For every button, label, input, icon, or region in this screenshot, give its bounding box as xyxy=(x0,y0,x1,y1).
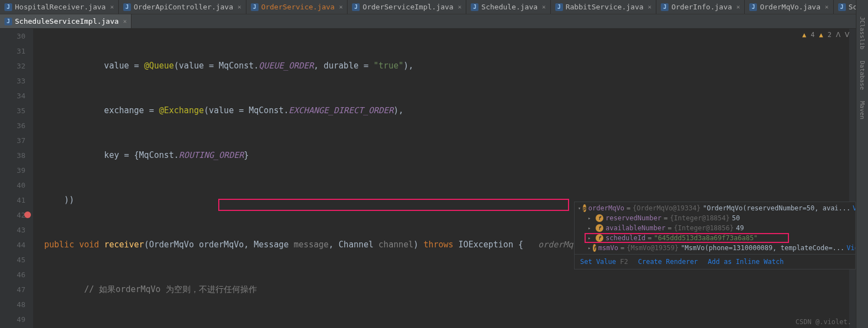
collapse-icon[interactable]: ▾ xyxy=(578,205,581,211)
line-number[interactable]: 41 xyxy=(0,193,30,208)
next-highlight-icon[interactable]: ᐯ xyxy=(845,31,849,39)
java-file-icon: J xyxy=(555,3,563,11)
field-icon: f xyxy=(596,214,603,222)
var-row[interactable]: ▸ f reservedNumber = {Integer@18854} 50 xyxy=(575,213,855,223)
java-file-icon: J xyxy=(352,3,360,11)
tab-label: OrderService.java xyxy=(261,3,335,11)
tab-label: OrderInfo.java xyxy=(671,3,732,11)
breakpoint-icon[interactable] xyxy=(24,211,31,218)
code-content[interactable]: value = @Queue(value = MqConst.QUEUE_ORD… xyxy=(33,29,868,328)
expand-icon[interactable]: ▸ xyxy=(588,225,593,231)
editor-tab[interactable]: JSchedule.java✕ xyxy=(466,0,550,14)
var-row[interactable]: ▸ f availableNumber = {Integer@18856} 49 xyxy=(575,223,855,233)
close-icon[interactable]: ✕ xyxy=(825,3,829,10)
tab-label: Schedule.java xyxy=(481,3,538,11)
error-icon: ▲ xyxy=(802,31,806,39)
right-tool-strip: JClasslib Database Maven xyxy=(856,0,868,328)
java-file-icon: J xyxy=(251,3,259,11)
tab-label: HospitalReceiver.java xyxy=(15,3,106,11)
java-file-icon: J xyxy=(471,3,478,11)
database-tool[interactable]: Database xyxy=(859,61,866,90)
close-icon[interactable]: ✕ xyxy=(737,3,740,10)
java-file-icon: J xyxy=(4,3,12,11)
scrollbar-track[interactable] xyxy=(849,29,856,328)
line-number[interactable]: 40 xyxy=(0,178,30,193)
inspection-widget[interactable]: ▲4 ▲2 ᐱ ᐯ xyxy=(802,31,849,39)
java-file-icon: J xyxy=(4,18,12,25)
line-number[interactable]: 44 xyxy=(0,237,30,252)
editor-tab[interactable]: JOrderApiController.java✕ xyxy=(119,0,246,14)
tab-label: OrderMqVo.java xyxy=(760,3,820,11)
close-icon[interactable]: ✕ xyxy=(123,18,127,25)
editor-area: 3031323334353637383940414243444546474849… xyxy=(0,29,868,328)
editor-tab[interactable]: JOrderInfo.java✕ xyxy=(656,0,745,14)
maven-tool[interactable]: Maven xyxy=(859,101,866,119)
expand-icon[interactable]: ▸ xyxy=(588,215,593,221)
close-icon[interactable]: ✕ xyxy=(110,3,114,10)
editor-tab[interactable]: JHospitalReceiver.java✕ xyxy=(0,0,119,14)
set-value-action[interactable]: Set Value F2 xyxy=(580,258,628,266)
prev-highlight-icon[interactable]: ᐱ xyxy=(836,31,840,39)
close-icon[interactable]: ✕ xyxy=(458,3,462,10)
tab-label: OrderServiceImpl.java xyxy=(362,3,453,11)
java-file-icon: J xyxy=(123,3,131,11)
close-icon[interactable]: ✕ xyxy=(339,3,343,10)
line-number[interactable]: 43 xyxy=(0,223,30,237)
view-link[interactable]: View xyxy=(853,204,855,212)
line-number[interactable]: 39 xyxy=(0,163,30,178)
line-number[interactable]: 30 xyxy=(0,29,30,44)
editor-tabs-row2: JScheduleServiceImpl.java✕ xyxy=(0,14,868,29)
editor-tab[interactable]: JRabbitService.java✕ xyxy=(551,0,657,14)
var-row-highlighted[interactable]: ▸ f scheduleId = "645ddd513d3a8a69f73a6a… xyxy=(575,233,855,243)
line-number[interactable]: 45 xyxy=(0,252,30,267)
line-number[interactable]: 48 xyxy=(0,297,30,312)
java-file-icon: J xyxy=(661,3,669,11)
close-icon[interactable]: ✕ xyxy=(238,3,241,10)
editor-tab[interactable]: JOrderMqVo.java✕ xyxy=(745,0,833,14)
param-icon: p xyxy=(583,204,586,212)
close-icon[interactable]: ✕ xyxy=(648,3,652,10)
expand-icon[interactable]: ▸ xyxy=(588,245,591,251)
close-icon[interactable]: ✕ xyxy=(542,3,546,10)
line-number[interactable]: 47 xyxy=(0,282,30,297)
expand-icon[interactable]: ▸ xyxy=(588,235,593,241)
create-renderer-action[interactable]: Create Renderer xyxy=(638,258,698,266)
java-file-icon: J xyxy=(838,3,846,11)
tab-label: ScheduleServiceImpl.java xyxy=(15,17,119,25)
line-number[interactable]: 49 xyxy=(0,312,30,327)
line-number[interactable]: 37 xyxy=(0,133,30,148)
editor-tabs-row1: JHospitalReceiver.java✕JOrderApiControll… xyxy=(0,0,868,14)
tab-label: RabbitService.java xyxy=(566,3,644,11)
line-number[interactable]: 38 xyxy=(0,148,30,163)
view-link[interactable]: Vie xyxy=(846,244,855,252)
line-number[interactable]: 35 xyxy=(0,103,30,118)
debug-actions: Set Value F2 Create Renderer Add as Inli… xyxy=(575,254,855,269)
warning-count: 2 xyxy=(828,31,832,39)
editor-tab[interactable]: JOrderServiceImpl.java✕ xyxy=(348,0,466,14)
line-gutter: 3031323334353637383940414243444546474849 xyxy=(0,29,33,328)
line-number[interactable]: 34 xyxy=(0,88,30,103)
line-number[interactable]: 36 xyxy=(0,118,30,133)
debug-variables-panel: ▾ p orderMqVo = {OrderMqVo@19334} "Order… xyxy=(574,202,856,269)
watermark: CSDN @.violet. xyxy=(796,318,851,326)
error-count: 4 xyxy=(811,31,814,39)
field-icon: f xyxy=(596,234,603,242)
tab-label: OrderApiController.java xyxy=(134,3,233,11)
editor-tab[interactable]: JScheduleServiceImpl.java✕ xyxy=(0,14,131,28)
jclasslib-tool[interactable]: JClasslib xyxy=(859,17,866,50)
var-row-root[interactable]: ▾ p orderMqVo = {OrderMqVo@19334} "Order… xyxy=(575,203,855,213)
field-icon: f xyxy=(593,244,596,252)
line-number[interactable]: 46 xyxy=(0,267,30,282)
field-icon: f xyxy=(596,224,603,232)
add-inline-watch-action[interactable]: Add as Inline Watch xyxy=(708,258,783,266)
line-number[interactable]: 33 xyxy=(0,73,30,88)
editor-tab[interactable]: JOrderService.java✕ xyxy=(246,0,348,14)
warning-icon: ▲ xyxy=(819,31,823,39)
java-file-icon: J xyxy=(749,3,757,11)
line-number[interactable]: 31 xyxy=(0,44,30,59)
line-number[interactable]: 32 xyxy=(0,59,30,73)
var-row[interactable]: ▸ f msmVo = {MsmVo@19359} "MsmVo(phone=1… xyxy=(575,243,855,253)
